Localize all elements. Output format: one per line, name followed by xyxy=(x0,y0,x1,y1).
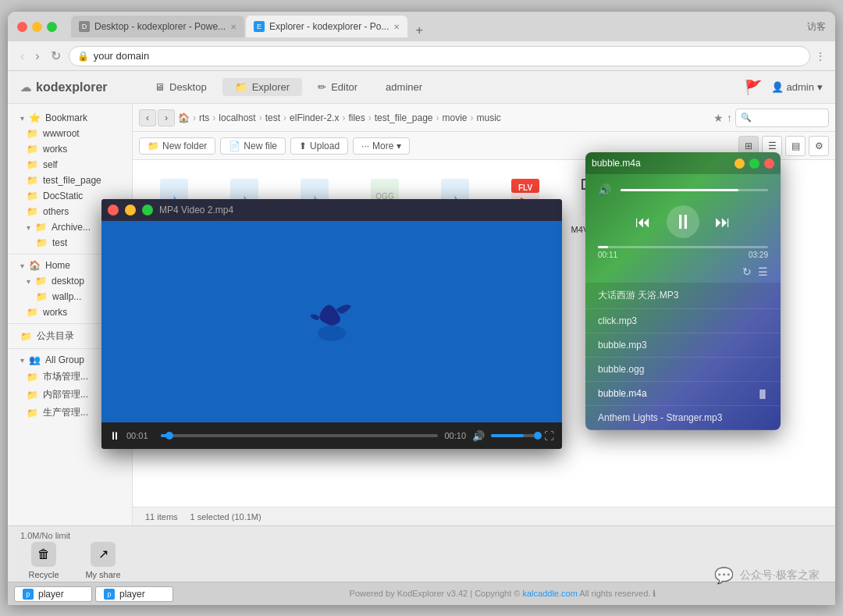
bottom-tab-2[interactable]: p player xyxy=(95,586,173,602)
bc-movie[interactable]: movie xyxy=(443,112,468,123)
chevron-down-icon: ▾ xyxy=(20,114,24,123)
video-progress-bar[interactable] xyxy=(161,434,438,437)
music-next-button[interactable]: ⏭ xyxy=(715,213,731,231)
tab-explorer[interactable]: E Explorer - kodexplorer - Po... ✕ xyxy=(246,16,407,37)
video-volume-bar[interactable] xyxy=(491,434,538,437)
storage-info: 1.0M/No limit xyxy=(20,531,70,540)
sidebar-item-works[interactable]: 📁 works xyxy=(8,141,132,157)
video-screen xyxy=(101,221,562,422)
detail-view-button[interactable]: ▤ xyxy=(785,136,806,156)
bc-elfinder[interactable]: elFinder-2.x xyxy=(290,112,339,123)
folder-icon: 📁 xyxy=(36,237,48,248)
tab-desktop[interactable]: D Desktop - kodexplorer - Powe... ✕ xyxy=(71,16,244,37)
breadcrumb-nav: ‹ › xyxy=(139,109,175,126)
search-box[interactable]: 🔍 xyxy=(735,109,829,127)
app-logo: ☁ kodexplorer xyxy=(20,80,130,94)
bc-test-file-page[interactable]: test_file_page xyxy=(375,112,433,123)
playlist-item-5[interactable]: bubble.m4a ▐▌ xyxy=(585,382,781,406)
playlist-item-name-6: Anthem Lights - Stranger.mp3 xyxy=(598,412,722,423)
sidebar-self-label: self xyxy=(43,159,58,170)
bc-sep: › xyxy=(193,112,196,123)
video-minimize-button[interactable] xyxy=(125,205,136,215)
music-minimize-button[interactable] xyxy=(735,158,745,169)
upload-breadcrumb-icon[interactable]: ↑ xyxy=(727,112,732,124)
chevron-down-icon: ▾ xyxy=(20,262,24,270)
star-button[interactable]: ★ xyxy=(713,112,724,124)
bottom-tab-1[interactable]: p player xyxy=(14,586,92,602)
maximize-button[interactable] xyxy=(47,22,57,32)
nav-editor[interactable]: ✏ Editor xyxy=(305,78,370,96)
video-controls: ⏸ 00:01 00:10 🔊 ⛶ xyxy=(101,422,562,449)
bc-test[interactable]: test xyxy=(265,112,280,123)
sidebar-item-test-file-page[interactable]: 📁 test_file_page xyxy=(8,173,132,188)
bc-files[interactable]: files xyxy=(348,112,365,123)
close-button[interactable] xyxy=(17,22,27,32)
title-bar: D Desktop - kodexplorer - Powe... ✕ E Ex… xyxy=(8,12,835,41)
selected-count: 1 selected (10.1M) xyxy=(190,512,261,522)
tab-label-desktop: Desktop - kodexplorer - Powe... xyxy=(94,21,226,32)
more-label: More xyxy=(372,141,393,151)
video-maximize-button[interactable] xyxy=(142,205,153,215)
sidebar-archive-label: Archive... xyxy=(52,222,91,233)
nav-back-button[interactable]: ‹ xyxy=(139,109,156,126)
video-play-button[interactable]: ⏸ xyxy=(109,429,120,442)
playlist-item-1[interactable]: 大话西游 天浴.MP3 xyxy=(585,283,781,309)
folder-icon: 📁 xyxy=(36,291,48,302)
sidebar-test-label: test xyxy=(52,237,67,248)
new-file-button[interactable]: 📄 New file xyxy=(220,137,286,155)
bc-music[interactable]: music xyxy=(477,112,501,123)
nav-adminer[interactable]: adminer xyxy=(373,78,435,96)
share-label: My share xyxy=(85,570,120,579)
tab-close-explorer[interactable]: ✕ xyxy=(393,23,400,31)
more-button[interactable]: ··· More ▾ xyxy=(353,137,410,155)
playlist-item-3[interactable]: bubble.mp3 xyxy=(585,333,781,358)
browser-menu-button[interactable]: ⋮ xyxy=(815,50,826,62)
new-file-label: New file xyxy=(244,141,277,151)
back-button[interactable]: ‹ xyxy=(17,48,27,65)
playlist-item-2[interactable]: click.mp3 xyxy=(585,309,781,333)
breadcrumb-bar: ‹ › 🏠 › rts › localhost › test › elFinde… xyxy=(133,104,835,132)
footer-link[interactable]: kalcaddle.com xyxy=(522,589,577,598)
music-vol-icon[interactable]: 🔊 xyxy=(598,183,611,196)
nav-desktop[interactable]: 🖥 Desktop xyxy=(142,78,219,96)
playlist-item-6[interactable]: Anthem Lights - Stranger.mp3 xyxy=(585,406,781,430)
forward-button[interactable]: › xyxy=(32,48,42,65)
bc-rts[interactable]: rts xyxy=(199,112,209,123)
music-vol-bar[interactable] xyxy=(621,189,768,191)
video-close-button[interactable] xyxy=(108,205,119,215)
playlist-item-4[interactable]: bubble.ogg xyxy=(585,358,781,382)
music-play-button[interactable]: ⏸ xyxy=(667,205,699,238)
music-maximize-button[interactable] xyxy=(749,158,759,169)
music-progress-bar[interactable] xyxy=(598,246,768,248)
sidebar-item-self[interactable]: 📁 self xyxy=(8,157,132,173)
minimize-button[interactable] xyxy=(32,22,42,32)
nav-forward-button[interactable]: › xyxy=(158,109,175,126)
video-fullscreen-button[interactable]: ⛶ xyxy=(544,430,554,442)
video-volume-icon[interactable]: 🔊 xyxy=(472,430,485,442)
sidebar-market-label: 市场管理... xyxy=(43,370,88,383)
recycle-button[interactable]: 🗑 Recycle xyxy=(20,542,67,579)
music-refresh-icon[interactable]: ↻ xyxy=(742,265,752,278)
tab-close-desktop[interactable]: ✕ xyxy=(230,23,237,31)
upload-button[interactable]: ⬆ Upload xyxy=(290,137,348,155)
music-close-button[interactable] xyxy=(764,158,774,169)
new-tab-button[interactable]: + xyxy=(409,23,429,37)
sidebar-home-label: Home xyxy=(45,260,70,271)
new-folder-button[interactable]: 📁 New folder xyxy=(139,137,215,155)
file-add-icon: 📄 xyxy=(229,141,240,151)
music-prev-button[interactable]: ⏮ xyxy=(635,213,651,231)
video-title: MP4 Video 2.mp4 xyxy=(159,205,556,215)
bc-localhost[interactable]: localhost xyxy=(219,112,255,123)
nav-explorer[interactable]: 📁 Explorer xyxy=(222,78,302,96)
settings-button[interactable]: ⚙ xyxy=(809,136,829,156)
folder-icon: 📁 xyxy=(27,390,38,401)
sidebar-item-wwwroot[interactable]: 📁 wwwroot xyxy=(8,126,132,141)
refresh-button[interactable]: ↻ xyxy=(48,47,64,65)
address-bar[interactable]: 🔒 your domain xyxy=(69,46,810,66)
home-breadcrumb-icon[interactable]: 🏠 xyxy=(178,112,190,123)
music-menu-icon[interactable]: ☰ xyxy=(758,265,768,278)
share-button[interactable]: ↗ My share xyxy=(80,542,126,579)
sidebar-item-bookmark[interactable]: ▾ ⭐ Bookmark xyxy=(8,110,132,126)
user-menu-button[interactable]: 👤 admin ▾ xyxy=(771,81,823,93)
app-header: ☁ kodexplorer 🖥 Desktop 📁 Explorer ✏ Edi… xyxy=(8,71,835,104)
